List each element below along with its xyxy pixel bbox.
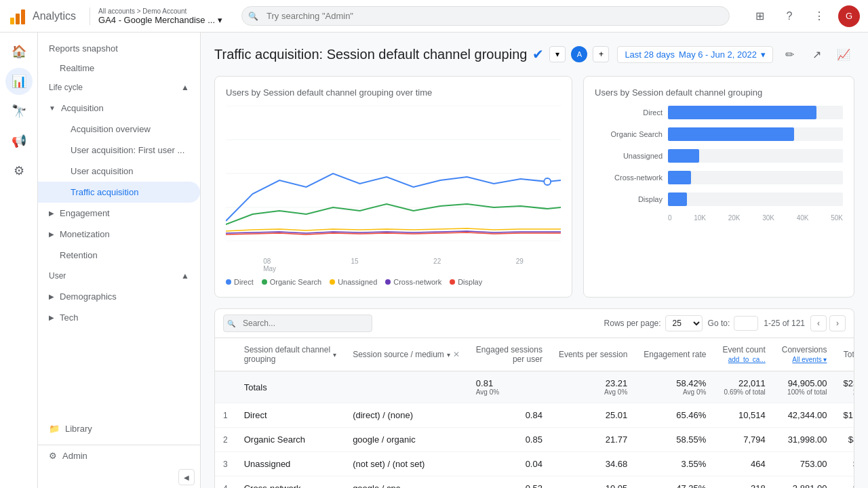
sidebar-item-acquisition-overview[interactable]: Acquisition overview xyxy=(38,119,200,140)
settings-icon: ⚙ xyxy=(49,451,57,461)
acquisition-arrow-icon: ▼ xyxy=(49,104,56,112)
sidebar-item-reports-snapshot[interactable]: Reports snapshot xyxy=(38,38,200,59)
user-section-collapse-icon: ▲ xyxy=(181,271,189,281)
prev-page-button[interactable]: ‹ xyxy=(810,315,827,331)
add-comparison-button[interactable]: + xyxy=(593,46,609,62)
apps-icon-button[interactable]: ⊞ xyxy=(749,5,770,27)
totals-label: Totals xyxy=(236,371,468,403)
all-events-dropdown[interactable]: All events ▾ xyxy=(792,356,827,363)
date-range-label: Last 28 days xyxy=(625,49,675,60)
sidebar-item-user-acquisition-first[interactable]: User acquisition: First user ... xyxy=(38,140,200,161)
col-engagement-rate: Engagement rate xyxy=(635,338,714,371)
totals-engagement-rate: 58.42% Avg 0% xyxy=(635,371,714,403)
account-selector[interactable]: All accounts > Demo Account GA4 - Google… xyxy=(90,7,222,25)
search-wrapper xyxy=(241,6,730,26)
main-content: Traffic acquisition: Session default cha… xyxy=(201,33,868,488)
col-num xyxy=(215,338,236,371)
date-range-selector[interactable]: Last 28 days May 6 - Jun 2, 2022 ▾ xyxy=(617,46,773,63)
filter-icon: ▾ xyxy=(333,351,336,359)
nav-advertising-icon[interactable]: 📢 xyxy=(5,127,33,155)
line-chart-area xyxy=(226,106,561,255)
totals-conversions: 94,905.00 100% of total xyxy=(774,371,835,403)
sidebar-group-engagement[interactable]: ▶ Engagement xyxy=(38,203,200,224)
legend-unassigned: Unassigned xyxy=(330,278,377,286)
sidebar-group-monetization[interactable]: ▶ Monetization xyxy=(38,224,200,245)
col-event-count: Event count add_to_ca... xyxy=(714,338,773,371)
demographics-arrow-icon: ▶ xyxy=(49,293,54,300)
topbar-actions: ⊞ ? ⋮ G xyxy=(749,5,860,27)
legend-cross-network: Cross-network xyxy=(385,278,441,286)
bar-row-organic: Organic Search xyxy=(595,127,843,141)
data-table: Session default channelgrouping ▾ Sessio… xyxy=(215,338,854,488)
sidebar-item-settings[interactable]: ⚙ Admin xyxy=(38,445,200,466)
rows-per-page-control: Rows per page: 25 50 100 xyxy=(604,315,703,331)
nav-reports-icon[interactable]: 📊 xyxy=(5,68,33,95)
legend-dot-direct xyxy=(226,279,231,285)
sidebar-item-library[interactable]: 📁 Library xyxy=(38,418,200,439)
table-row: 3 Unassigned (not set) / (not set) 0.04 … xyxy=(215,452,854,476)
table-toolbar: Rows per page: 25 50 100 Go to: 1 1-25 o… xyxy=(215,309,854,338)
sidebar-item-traffic-acquisition[interactable]: Traffic acquisition xyxy=(38,182,200,203)
col-source-medium[interactable]: Session source / medium ▾ ✕ xyxy=(344,338,468,371)
page-title-actions: Last 28 days May 6 - Jun 2, 2022 ▾ ✏ ↗ 📈 xyxy=(617,43,854,65)
sidebar-item-realtime[interactable]: Realtime xyxy=(38,59,200,77)
charts-row: Users by Session default channel groupin… xyxy=(214,76,854,298)
data-table-card: Rows per page: 25 50 100 Go to: 1 1-25 o… xyxy=(214,308,854,488)
line-chart-svg xyxy=(226,106,561,241)
sidebar-group-tech[interactable]: ▶ Tech xyxy=(38,307,200,328)
menu-icon-button[interactable]: ⋮ xyxy=(808,5,830,27)
close-source-medium-icon[interactable]: ✕ xyxy=(453,350,460,359)
svg-rect-1 xyxy=(16,14,20,24)
col-engaged-sessions: Engaged sessionsper user xyxy=(468,338,551,371)
legend-direct: Direct xyxy=(226,278,254,286)
sidebar-section-lifecycle[interactable]: Life cycle ▲ xyxy=(38,77,200,98)
sidebar-section-user[interactable]: User ▲ xyxy=(38,266,200,286)
sidebar-item-retention[interactable]: Retention xyxy=(38,245,200,266)
global-search-input[interactable] xyxy=(241,6,730,26)
account-path: All accounts > Demo Account xyxy=(98,7,222,15)
table-header-row: Session default channelgrouping ▾ Sessio… xyxy=(215,338,854,371)
line-chart-card: Users by Session default channel groupin… xyxy=(214,76,572,298)
help-icon-button[interactable]: ? xyxy=(778,5,800,27)
svg-point-8 xyxy=(544,178,551,185)
legend-dot-cross-network xyxy=(385,279,391,285)
user-avatar[interactable]: G xyxy=(838,5,860,27)
date-range-value: May 6 - Jun 2, 2022 xyxy=(679,49,757,60)
share-button[interactable]: ↗ xyxy=(806,43,827,65)
rows-per-page-select[interactable]: 25 50 100 xyxy=(665,315,703,331)
sidebar-item-user-acquisition[interactable]: User acquisition xyxy=(38,161,200,182)
legend-dot-unassigned xyxy=(330,279,335,285)
totals-engaged-sessions: 0.81 Avg 0% xyxy=(468,371,551,403)
account-name[interactable]: GA4 - Google Merchandise ... ▾ xyxy=(98,15,222,25)
logo-icon xyxy=(8,7,27,26)
insights-button[interactable]: 📈 xyxy=(833,43,854,65)
totals-event-count: 22,011 0.69% of total xyxy=(714,371,773,403)
sidebar-group-acquisition[interactable]: ▼ Acquisition xyxy=(38,98,200,119)
table-search-wrapper xyxy=(223,314,399,332)
table-row: 1 Direct (direct) / (none) 0.84 25.01 65… xyxy=(215,403,854,428)
monetization-arrow-icon: ▶ xyxy=(49,230,54,238)
nav-configure-icon[interactable]: ⚙ xyxy=(5,157,33,184)
line-chart-title: Users by Session default channel groupin… xyxy=(226,87,561,98)
bar-row-direct: Direct xyxy=(595,106,843,119)
sidebar-collapse-button[interactable]: ◀ xyxy=(178,469,195,485)
logo-area: Analytics xyxy=(8,7,76,26)
bar-chart-card: Users by Session default channel groupin… xyxy=(583,76,854,298)
nav-home-icon[interactable]: 🏠 xyxy=(5,38,33,65)
next-page-button[interactable]: › xyxy=(829,315,846,331)
sidebar-group-demographics[interactable]: ▶ Demographics xyxy=(38,286,200,307)
date-range-dropdown-icon: ▾ xyxy=(761,49,766,60)
goto-page-input[interactable]: 1 xyxy=(734,316,758,331)
edit-report-button[interactable]: ✏ xyxy=(778,43,800,65)
page-title: Traffic acquisition: Session default cha… xyxy=(214,46,609,62)
page-range-display: 1-25 of 121 xyxy=(764,319,805,328)
user-badge: A xyxy=(571,46,587,62)
account-dropdown-icon: ▾ xyxy=(218,15,222,25)
nav-explore-icon[interactable]: 🔭 xyxy=(5,98,33,125)
title-dropdown-button[interactable]: ▾ xyxy=(549,46,566,62)
table-search-input[interactable] xyxy=(223,314,372,332)
col-channel-grouping[interactable]: Session default channelgrouping ▾ xyxy=(236,338,344,371)
add-to-cart-link[interactable]: add_to_ca... xyxy=(728,356,766,363)
legend-organic: Organic Search xyxy=(262,278,321,286)
tech-arrow-icon: ▶ xyxy=(49,314,54,321)
